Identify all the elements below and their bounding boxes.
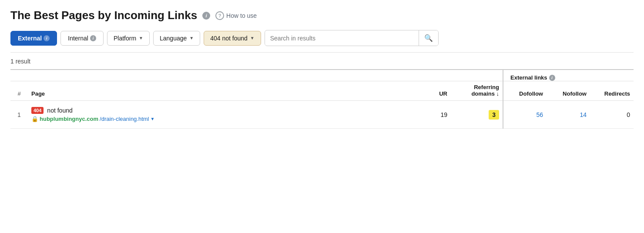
col-ur-label: UR: [439, 90, 447, 97]
row-ur: 19: [416, 101, 451, 129]
external-links-label: External links: [510, 74, 547, 81]
page-url-row: 🔒 hubplumbingnyc.com /drain-cleaning.htm…: [31, 116, 413, 122]
table-sub-header-row: # Page UR Referring domains ↓ Dofollow: [10, 81, 634, 101]
tab-internal-info: i: [90, 35, 96, 41]
th-referring-domains[interactable]: Referring domains ↓: [451, 81, 503, 101]
ref-domains-badge: 3: [489, 110, 499, 120]
page-text: not found: [47, 107, 72, 114]
col-page-label: Page: [31, 90, 45, 97]
col-ref-label: Referring domains ↓: [471, 84, 499, 97]
search-icon: 🔍: [424, 34, 433, 42]
row-num: 1: [10, 101, 28, 129]
col-num-label: #: [17, 90, 20, 97]
search-button[interactable]: 🔍: [419, 30, 438, 46]
filters-row: External i Internal i Platform ▼ Languag…: [10, 30, 634, 46]
th-page: Page: [28, 81, 416, 101]
page-title-row: 404 not found: [31, 107, 413, 114]
how-to-use-link[interactable]: ? How to use: [215, 11, 257, 20]
th-redirects[interactable]: Redirects: [590, 81, 634, 101]
tab-external-info: i: [44, 35, 50, 41]
row-referring-domains: 3: [451, 101, 503, 129]
title-info-icon[interactable]: i: [202, 12, 210, 20]
url-chevron-icon[interactable]: ▼: [151, 116, 155, 121]
tab-external-label: External: [18, 35, 42, 42]
url-path[interactable]: /drain-cleaning.html: [100, 116, 149, 122]
table-group-header-row: External links i: [10, 70, 634, 81]
row-page: 404 not found 🔒 hubplumbingnyc.com /drai…: [28, 101, 416, 129]
page-cell: 404 not found 🔒 hubplumbingnyc.com /drai…: [31, 107, 413, 122]
th-ref-placeholder: [451, 70, 503, 81]
badge-404: 404: [31, 107, 44, 114]
search-container: 🔍: [265, 30, 439, 46]
th-nofollow[interactable]: Nofollow: [547, 81, 590, 101]
table-row: 1 404 not found 🔒 hubplumbingnyc.com /dr…: [10, 101, 634, 129]
th-num-placeholder: [10, 70, 28, 81]
header-row: The Best Pages by Incoming Links i ? How…: [10, 9, 634, 22]
row-nofollow: 14: [547, 101, 590, 129]
status-filter[interactable]: 404 not found ▼: [204, 31, 261, 46]
col-nofollow-label: Nofollow: [563, 90, 587, 97]
th-external-links-group: External links i: [503, 70, 634, 81]
row-redirects: 0: [590, 101, 634, 129]
dofollow-value[interactable]: 56: [536, 111, 543, 118]
th-page-placeholder: [28, 70, 416, 81]
page-wrapper: The Best Pages by Incoming Links i ? How…: [0, 0, 644, 129]
platform-filter[interactable]: Platform ▼: [107, 31, 150, 46]
language-filter[interactable]: Language ▼: [153, 31, 200, 46]
ur-value: 19: [440, 111, 447, 118]
status-label: 404 not found: [210, 35, 248, 42]
how-to-use-icon: ?: [215, 11, 224, 20]
results-count: 1 result: [10, 53, 634, 69]
tab-internal[interactable]: Internal i: [60, 31, 104, 46]
tab-internal-label: Internal: [68, 35, 88, 42]
th-num: #: [10, 81, 28, 101]
page-title: The Best Pages by Incoming Links: [10, 9, 197, 22]
nofollow-value[interactable]: 14: [580, 111, 587, 118]
th-ur-placeholder: [416, 70, 451, 81]
platform-label: Platform: [114, 35, 136, 42]
status-chevron-icon: ▼: [250, 36, 255, 40]
language-label: Language: [160, 35, 187, 42]
redirects-value: 0: [627, 111, 630, 118]
referring-domains-text: Referring domains: [471, 84, 499, 97]
external-links-info-icon[interactable]: i: [549, 75, 555, 81]
tab-external[interactable]: External i: [10, 31, 57, 46]
row-dofollow: 56: [503, 101, 547, 129]
url-domain[interactable]: hubplumbingnyc.com: [40, 116, 98, 122]
col-dofollow-label: Dofollow: [519, 90, 543, 97]
th-ur[interactable]: UR: [416, 81, 451, 101]
th-dofollow[interactable]: Dofollow: [503, 81, 547, 101]
platform-chevron-icon: ▼: [139, 36, 143, 40]
data-table: External links i # Page UR Refe: [10, 70, 634, 129]
lock-icon: 🔒: [31, 116, 38, 122]
row-num-value: 1: [17, 111, 21, 118]
language-chevron-icon: ▼: [189, 36, 194, 40]
search-input[interactable]: [265, 31, 419, 45]
how-to-use-label: How to use: [226, 12, 257, 19]
col-redirects-label: Redirects: [604, 90, 630, 97]
ref-sort-icon: ↓: [496, 90, 500, 97]
